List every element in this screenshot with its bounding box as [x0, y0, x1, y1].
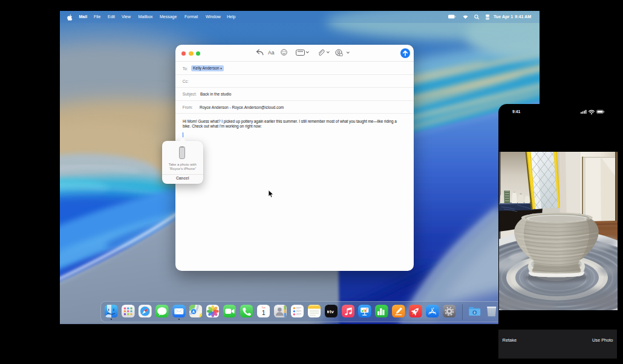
- svg-text:1: 1: [261, 309, 265, 316]
- svg-text:tv: tv: [329, 309, 334, 314]
